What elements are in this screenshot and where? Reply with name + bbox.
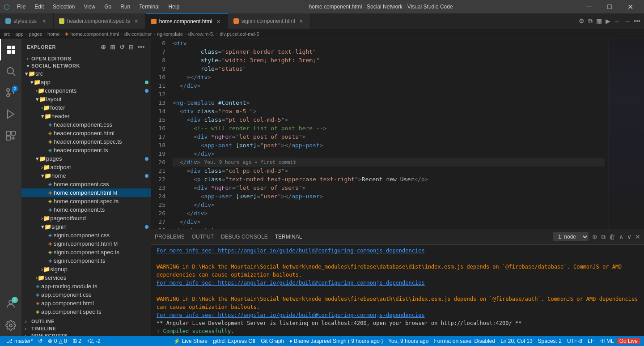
tree-layout[interactable]: ▾ 📁 layout <box>21 95 151 103</box>
tab-close-home[interactable]: × <box>215 18 222 25</box>
split-editor-icon[interactable]: ⧉ <box>588 17 593 25</box>
status-eol[interactable]: LF <box>585 338 597 344</box>
menu-view[interactable]: View <box>80 3 99 11</box>
tree-app-spec[interactable]: ◈ app.component.spec.ts <box>21 308 151 316</box>
tree-header-spec[interactable]: ◈ header.component.spec.ts <box>21 137 151 146</box>
status-spaces[interactable]: Spaces: 2 <box>535 338 564 344</box>
split-terminal-btn[interactable]: ⧉ <box>601 233 606 241</box>
status-branch[interactable]: ⎇ master* <box>4 336 35 346</box>
tab-output[interactable]: OUTPUT <box>192 232 214 242</box>
more-options-icon[interactable]: ••• <box>137 43 146 51</box>
tree-home[interactable]: ▾ 📁 home <box>21 171 151 180</box>
tree-services[interactable]: › 📁 services <box>21 273 151 282</box>
tab-terminal[interactable]: TERMINAL <box>275 232 302 242</box>
layout-icon[interactable]: ▦ <box>596 17 602 25</box>
status-encoding[interactable]: UTF-8 <box>564 338 585 344</box>
terminal-content[interactable]: For more info see: https://angular.io/gu… <box>151 245 644 336</box>
tab-problems[interactable]: PROBLEMS <box>155 232 185 242</box>
more-icon[interactable]: ••• <box>634 17 640 25</box>
go-back-icon[interactable]: ← <box>614 17 620 25</box>
tree-footer[interactable]: › 📁 footer <box>21 103 151 112</box>
close-terminal-btn[interactable]: ✕ <box>635 233 640 240</box>
tree-home-ts[interactable]: ◈ home.component.ts <box>21 205 151 214</box>
activity-accounts[interactable]: 1 <box>0 293 21 315</box>
tab-styles[interactable]: styles.css × <box>0 13 54 29</box>
menu-go[interactable]: Go <box>101 3 115 11</box>
tab-home[interactable]: home.component.html × <box>146 13 228 29</box>
status-errors[interactable]: ⊗ 0 △ 0 <box>45 336 69 346</box>
tree-app-css[interactable]: ◈ app.component.css <box>21 290 151 299</box>
tree-signin-css[interactable]: ◈ signin.component.css <box>21 231 151 239</box>
tab-close-styles[interactable]: × <box>41 17 48 25</box>
tree-signin-ts[interactable]: ◈ signin.component.ts <box>21 256 151 265</box>
tree-signin-spec[interactable]: ◈ signin.component.spec.ts <box>21 248 151 256</box>
tree-components[interactable]: › 📁 components <box>21 86 151 95</box>
tree-home-css[interactable]: ◈ home.component.css <box>21 180 151 188</box>
tree-pages[interactable]: ▾ 📁 pages <box>21 154 151 163</box>
tree-pagenotfound[interactable]: › 📁 pagenotfound <box>21 214 151 222</box>
titlebar-menu[interactable]: File Edit Selection View Go Run Terminal… <box>13 3 183 11</box>
tree-signin-html[interactable]: ◈ signin.component.html M <box>21 239 151 248</box>
tree-header-html[interactable]: ◈ header.component.html <box>21 129 151 137</box>
tree-app[interactable]: ▾ 📁 app <box>21 78 151 86</box>
activity-extensions[interactable] <box>0 125 21 146</box>
menu-terminal[interactable]: Terminal <box>136 3 163 11</box>
tree-signin[interactable]: ▾ 📁 signin <box>21 222 151 231</box>
status-golive[interactable]: Go Live <box>617 338 640 344</box>
sidebar-icons[interactable]: ⊕ ⊞ ↺ ⊟ ••• <box>100 43 146 51</box>
bc-div-row[interactable]: div.row.m-5. <box>188 31 214 37</box>
tree-src[interactable]: ▾ 📁 src <box>21 69 151 78</box>
status-git-time[interactable]: You, 9 hours ago <box>386 338 431 344</box>
tree-app-routing[interactable]: ◈ app-routing.module.ts <box>21 282 151 290</box>
timeline-section[interactable]: › TIMELINE <box>21 325 151 332</box>
refresh-icon[interactable]: ↺ <box>119 43 126 51</box>
new-folder-icon[interactable]: ⊞ <box>109 43 117 51</box>
menu-edit[interactable]: Edit <box>31 3 47 11</box>
activity-settings[interactable] <box>0 315 21 336</box>
titlebar-controls[interactable]: ─ □ ✕ <box>579 0 640 13</box>
bc-div-pt[interactable]: div.pt.col.col-md-5 <box>220 31 259 37</box>
npm-scripts-section[interactable]: › NPM SCRIPTS <box>21 332 151 336</box>
menu-selection[interactable]: Selection <box>49 3 78 11</box>
activity-run[interactable] <box>0 103 21 125</box>
project-section[interactable]: ▾ SOCIAL NETWORK <box>21 62 151 69</box>
bc-app[interactable]: app <box>15 31 23 37</box>
tab-close-header-spec[interactable]: × <box>133 17 140 25</box>
new-terminal-btn[interactable]: ⊕ <box>592 233 597 240</box>
outline-section[interactable]: › OUTLINE <box>21 318 151 325</box>
tree-app-html[interactable]: ◈ app.component.html <box>21 299 151 308</box>
activity-search[interactable] <box>0 60 21 82</box>
status-gitgraph[interactable]: Git Graph <box>258 338 287 344</box>
maximize-button[interactable]: □ <box>599 0 620 13</box>
delete-terminal-btn[interactable]: 🗑 <box>609 233 615 240</box>
go-forward-icon[interactable]: → <box>624 17 630 25</box>
new-file-icon[interactable]: ⊕ <box>100 43 107 51</box>
status-liveshare[interactable]: ⚡ Live Share <box>171 338 210 344</box>
status-sync[interactable]: ↺ <box>35 336 45 346</box>
status-format[interactable]: Format on save: Disabled <box>431 338 498 344</box>
minimize-button[interactable]: ─ <box>579 0 599 13</box>
menu-run[interactable]: Run <box>117 3 134 11</box>
menu-help[interactable]: Help <box>165 3 183 11</box>
bc-div-container[interactable]: div.container <box>124 31 152 37</box>
tree-home-spec[interactable]: ◈ home.component.spec.ts <box>21 197 151 205</box>
status-position[interactable]: Ln 20, Col 13 <box>498 338 535 344</box>
menu-file[interactable]: File <box>13 3 29 11</box>
status-changes[interactable]: +2, -2 <box>84 336 103 346</box>
settings-icon[interactable]: ⚙ <box>579 17 585 25</box>
bc-home[interactable]: home <box>47 31 60 37</box>
collapse-icon[interactable]: ⊟ <box>127 43 135 51</box>
terminal-scroll-up[interactable]: ∧ <box>619 233 623 240</box>
bc-file[interactable]: home.component.html <box>70 31 119 37</box>
bc-src[interactable]: src <box>4 31 10 37</box>
bc-ng-template[interactable]: ng-template <box>157 31 183 37</box>
status-info[interactable]: ⊞ 2 <box>70 336 84 346</box>
status-githd[interactable]: githd: Express Off <box>210 338 258 344</box>
tab-header-spec[interactable]: header.component.spec.ts × <box>54 13 146 29</box>
tree-addpost[interactable]: › 📁 addpost <box>21 163 151 171</box>
tree-header-css[interactable]: ◈ header.component.css <box>21 120 151 129</box>
tree-header-ts[interactable]: ◈ header.component.ts <box>21 146 151 154</box>
tree-home-html[interactable]: ◈ home.component.html M <box>21 188 151 197</box>
status-lang[interactable]: HTML <box>597 338 617 344</box>
run-icon[interactable]: ▶ <box>606 17 610 25</box>
